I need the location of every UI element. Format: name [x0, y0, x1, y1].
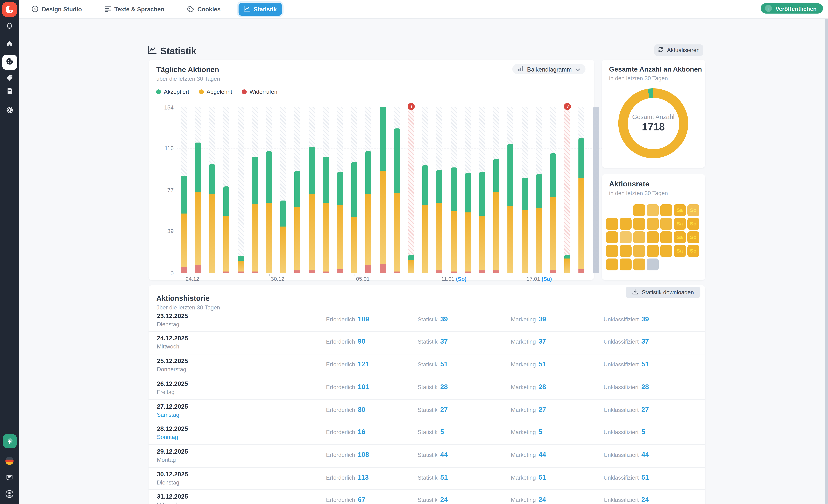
rate-cell-r5c3[interactable] [633, 258, 645, 270]
bar-segment-green-31.12[interactable] [281, 201, 286, 226]
bar-segment-yellow-04.01[interactable] [337, 205, 343, 269]
bar-segment-green-10.01[interactable] [422, 165, 428, 205]
sidebar-item-cookie-active[interactable] [2, 55, 17, 70]
bar-segment-green-09.01[interactable] [408, 255, 414, 260]
rate-cell-r2c4[interactable] [647, 218, 659, 230]
chat-icon[interactable] [0, 471, 19, 484]
rate-cell-r2c3[interactable] [633, 218, 645, 230]
bar-segment-yellow-25.12[interactable] [195, 192, 201, 265]
bar-segment-yellow-09.01[interactable] [408, 260, 414, 273]
bar-segment-green-12.01[interactable] [451, 167, 457, 211]
gear-icon[interactable] [0, 103, 19, 117]
bar-segment-green-20.01[interactable] [565, 255, 571, 259]
rate-cell-r3c6-sa[interactable]: Sa [674, 231, 686, 244]
bar-segment-green-21.01[interactable] [579, 138, 585, 178]
bar-segment-green-27.12[interactable] [223, 186, 230, 216]
rate-cell-r1c6-sa[interactable]: Sa [674, 204, 686, 216]
bar-segment-yellow-14.01[interactable] [479, 216, 485, 270]
bar-segment-green-18.01[interactable] [536, 174, 542, 208]
bar-segment-yellow-26.12[interactable] [209, 194, 215, 273]
bar-segment-green-11.01[interactable] [437, 169, 443, 203]
bar-segment-yellow-06.01[interactable] [366, 194, 372, 265]
rate-cell-r2c1[interactable] [606, 218, 618, 230]
rate-cell-r1c5[interactable] [660, 204, 672, 216]
bar-segment-red-02.01[interactable] [309, 270, 315, 273]
bar-segment-yellow-12.01[interactable] [451, 211, 457, 272]
bar-segment-yellow-11.01[interactable] [437, 203, 443, 270]
rate-cell-r5c4[interactable] [647, 258, 659, 270]
bar-segment-red-28.12[interactable] [238, 272, 244, 273]
bar-segment-green-03.01[interactable] [323, 157, 329, 203]
tab-texte-sprachen[interactable]: Texte & Sprachen [100, 3, 169, 15]
rate-cell-r3c7-so[interactable]: So [687, 231, 700, 244]
cloud-upload-icon[interactable] [3, 434, 16, 448]
tab-cookies[interactable]: Cookies [182, 3, 225, 16]
bar-segment-green-16.01[interactable] [508, 143, 513, 206]
bar-segment-yellow-03.01[interactable] [323, 203, 329, 271]
bar-segment-green-28.12[interactable] [238, 256, 244, 261]
tab-design-studio[interactable]: Design Studio [27, 3, 87, 16]
user-icon[interactable] [0, 487, 19, 500]
rate-cell-r1c3[interactable] [633, 204, 645, 216]
chart-type-dropdown[interactable]: Balkendiagramm [512, 64, 585, 74]
bar-segment-green-07.01[interactable] [380, 107, 386, 171]
bar-segment-green-04.01[interactable] [337, 172, 343, 205]
download-statistics-button[interactable]: Statistik downloaden [625, 287, 700, 298]
bar-segment-yellow-16.01[interactable] [508, 206, 513, 273]
bar-segment-green-19.01[interactable] [550, 153, 556, 197]
bar-segment-red-08.01[interactable] [394, 272, 400, 273]
bell-icon[interactable] [0, 19, 19, 33]
bar-segment-red-07.01[interactable] [380, 264, 386, 273]
tab-statistik[interactable]: Statistik [239, 3, 282, 16]
bar-segment-green-06.01[interactable] [366, 151, 372, 194]
bar-segment-yellow-15.01[interactable] [494, 192, 499, 270]
rate-cell-r3c4[interactable] [647, 231, 659, 244]
bar-segment-yellow-05.01[interactable] [351, 217, 358, 273]
bar-segment-green-14.01[interactable] [479, 172, 485, 216]
bar-segment-green-24.12[interactable] [181, 176, 187, 213]
bar-segment-red-24.12[interactable] [181, 267, 187, 273]
rate-cell-r4c3[interactable] [633, 245, 645, 257]
bar-segment-yellow-08.01[interactable] [394, 193, 400, 272]
rate-cell-r3c2[interactable] [619, 231, 632, 244]
bar-segment-yellow-30.12[interactable] [266, 203, 272, 272]
rate-cell-r3c1[interactable] [606, 231, 618, 244]
bar-segment-green-17.01[interactable] [522, 178, 528, 210]
bar-segment-green-30.12[interactable] [266, 151, 272, 203]
bar-segment-green-08.01[interactable] [394, 128, 400, 193]
bar-segment-red-29.12[interactable] [252, 272, 258, 273]
bar-segment-red-12.01[interactable] [451, 272, 457, 273]
bar-segment-yellow-02.01[interactable] [309, 194, 315, 270]
bar-segment-yellow-21.01[interactable] [579, 178, 585, 269]
rate-cell-r3c3[interactable] [633, 231, 645, 244]
rate-cell-r1c7-so[interactable]: So [687, 204, 700, 216]
bar-segment-red-13.01[interactable] [465, 272, 471, 273]
app-logo-cookie-icon[interactable] [2, 2, 17, 17]
vertical-scrollbar[interactable] [825, 18, 828, 504]
rate-cell-r2c2[interactable] [619, 218, 632, 230]
bar-segment-green-01.01[interactable] [295, 171, 300, 207]
publish-button[interactable]: ↑ Veröffentlichen [761, 3, 823, 13]
bar-segment-red-11.01[interactable] [437, 270, 443, 273]
home-icon[interactable] [0, 37, 19, 50]
bar-segment-red-14.01[interactable] [479, 270, 485, 273]
bar-segment-yellow-20.01[interactable] [565, 259, 571, 272]
bar-segment-yellow-31.12[interactable] [281, 226, 286, 273]
bar-segment-red-04.01[interactable] [337, 269, 343, 273]
bar-segment-yellow-18.01[interactable] [536, 208, 542, 273]
bar-segment-yellow-07.01[interactable] [380, 171, 386, 264]
rate-cell-r2c5[interactable] [660, 218, 672, 230]
document-icon[interactable] [0, 84, 19, 97]
bar-segment-yellow-01.01[interactable] [295, 207, 300, 270]
rate-cell-r4c4[interactable] [647, 245, 659, 257]
rate-cell-r3c5[interactable] [660, 231, 672, 244]
bar-segment-green-25.12[interactable] [195, 142, 201, 192]
rate-cell-r5c1[interactable] [606, 258, 618, 270]
bar-segment-red-01.01[interactable] [295, 270, 300, 273]
bar-segment-yellow-19.01[interactable] [550, 198, 556, 270]
bar-segment-red-06.01[interactable] [366, 265, 372, 273]
bar-segment-green-26.12[interactable] [209, 164, 215, 194]
bar-segment-green-02.01[interactable] [309, 147, 315, 194]
bar-segment-yellow-10.01[interactable] [422, 205, 428, 273]
bar-segment-red-21.01[interactable] [579, 269, 585, 273]
